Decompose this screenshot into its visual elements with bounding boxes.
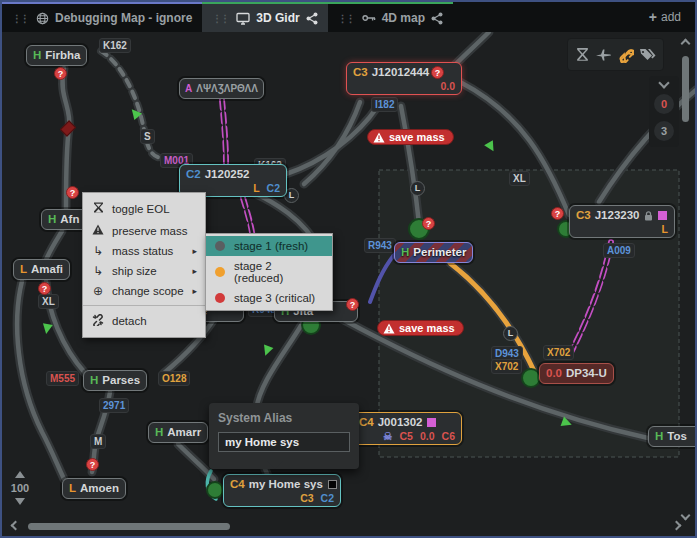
zoom-out-button[interactable]: [15, 498, 25, 505]
vertical-scrollbar[interactable]: [679, 38, 693, 524]
direction-arrow-icon: [41, 323, 53, 335]
unknown-status-badge: ?: [422, 217, 435, 230]
system-node-amarr[interactable]: HAmarr: [148, 422, 208, 443]
stage2-dot-icon: [215, 267, 225, 277]
branch-arrow-icon: ↳: [91, 265, 105, 277]
security-class: H: [155, 426, 163, 438]
scroll-up-icon[interactable]: [681, 39, 691, 49]
menu-item-mass-status[interactable]: ↳ mass status ▸: [83, 241, 205, 261]
unknown-status-badge: ?: [54, 67, 67, 80]
drag-handle-icon[interactable]: ⋮⋮: [212, 13, 228, 24]
dialog-pointer: [267, 461, 283, 477]
submenu-item-stage2[interactable]: stage 2 (reduced): [206, 256, 332, 288]
wh-sig-label[interactable]: I182: [371, 97, 398, 112]
unknown-status-badge: ?: [551, 207, 564, 220]
chain-link-icon[interactable]: [618, 47, 634, 63]
menu-item-ship-size[interactable]: ↳ ship size ▸: [83, 261, 205, 281]
menu-item-label: preserve mass: [112, 225, 187, 237]
system-name: Perimeter: [413, 246, 466, 258]
warning-icon: [383, 323, 395, 334]
wh-sig-label[interactable]: O128: [158, 371, 190, 386]
horizontal-scroll-thumb[interactable]: [28, 523, 230, 530]
system-node-home[interactable]: C4my Home sys C3C2: [223, 474, 341, 507]
system-node-amafi[interactable]: LAmafi: [13, 259, 70, 280]
tab-debugging-map[interactable]: ⋮⋮ Debugging Map - ignore: [2, 2, 202, 32]
wh-sig-label[interactable]: K162: [99, 38, 131, 53]
ship-size-label: XL: [38, 294, 59, 309]
wh-sig-label[interactable]: X702: [491, 359, 522, 374]
submenu-caret-icon: ▸: [192, 286, 197, 296]
system-node-j123230[interactable]: C3J123230 L: [569, 205, 675, 238]
horizontal-scrollbar[interactable]: [10, 519, 682, 533]
submenu-item-stage1[interactable]: stage 1 (fresh): [206, 236, 332, 256]
system-node-dp34u[interactable]: 0.0DP34-U: [539, 363, 614, 384]
static-tag: C5: [400, 430, 413, 442]
wormhole-mapper-app: ⋮⋮ Debugging Map - ignore ⋮⋮ 3D Gidr ⋮⋮ …: [0, 0, 697, 538]
share-icon[interactable]: [306, 12, 318, 25]
submenu-item-label: stage 1 (fresh): [234, 240, 308, 252]
submenu-item-label: stage 3 (critical): [234, 292, 315, 304]
security-class: C3: [576, 209, 591, 221]
submenu-item-stage3[interactable]: stage 3 (critical): [206, 288, 332, 308]
system-node-amoen[interactable]: LAmoen: [62, 478, 126, 499]
security-class: H: [655, 430, 663, 442]
system-node-unidentified[interactable]: AΛΨΛƷΛΡΘΛΛ: [179, 78, 264, 99]
system-name: J120252: [205, 168, 250, 180]
scroll-left-icon[interactable]: [11, 521, 21, 531]
chevron-down-icon[interactable]: [658, 77, 669, 88]
system-node-parses[interactable]: HParses: [83, 370, 147, 391]
signature-counter-panel: 0 3: [649, 76, 679, 147]
system-name: J123230: [595, 209, 640, 221]
security-class: L: [20, 263, 27, 275]
security-status: 0.0: [546, 367, 562, 379]
scroll-down-icon[interactable]: [681, 511, 691, 521]
unknown-status-badge: ?: [66, 186, 79, 199]
security-class: A: [185, 83, 192, 94]
hourglass-filter-icon[interactable]: [575, 47, 590, 63]
submenu-caret-icon: ▸: [192, 266, 197, 276]
share-icon[interactable]: [431, 12, 443, 25]
security-class: H: [33, 49, 41, 61]
system-name: Amafi: [31, 263, 63, 275]
wh-sig-label[interactable]: 2971: [99, 398, 129, 413]
ship-size-badge: L: [410, 181, 425, 196]
ship-filter-icon[interactable]: [595, 48, 612, 62]
wh-sig-label[interactable]: A009: [603, 243, 635, 258]
system-name: my Home sys: [249, 478, 323, 490]
alias-input[interactable]: [218, 432, 350, 452]
security-class: H: [48, 213, 56, 225]
mass-status-submenu: stage 1 (fresh) stage 2 (reduced) stage …: [205, 233, 333, 311]
stage3-dot-icon: [215, 293, 225, 303]
plus-icon: +: [649, 9, 657, 25]
security-class: H: [401, 246, 409, 258]
menu-item-label: toggle EOL: [112, 203, 170, 215]
unknown-status-badge: ?: [86, 458, 99, 471]
tab-3d-gidr[interactable]: ⋮⋮ 3D Gidr: [202, 2, 327, 32]
vertical-scroll-thumb[interactable]: [682, 56, 689, 122]
menu-item-preserve-mass[interactable]: preserve mass: [83, 220, 205, 241]
wh-sig-label[interactable]: R943: [364, 238, 396, 253]
security-class: C2: [186, 168, 201, 180]
zoom-in-button[interactable]: [15, 471, 25, 478]
menu-item-change-scope[interactable]: ⊕ change scope ▸: [83, 281, 205, 301]
wh-sig-label[interactable]: M555: [46, 371, 79, 386]
drag-handle-icon[interactable]: ⋮⋮: [12, 13, 28, 24]
map-toolbar: [567, 38, 664, 71]
menu-item-toggle-eol[interactable]: toggle EOL: [83, 198, 205, 220]
counter-badge-top[interactable]: 0: [654, 94, 674, 114]
scroll-right-icon[interactable]: [672, 521, 682, 531]
occupied-marker: [658, 211, 667, 220]
menu-item-detach[interactable]: detach: [83, 310, 205, 332]
add-map-button[interactable]: + add: [635, 2, 695, 32]
drag-handle-icon[interactable]: ⋮⋮: [338, 13, 354, 24]
counter-badge-bottom[interactable]: 3: [654, 121, 674, 141]
system-node-j001302[interactable]: C4J001302 ☠C50.0C6: [352, 412, 462, 445]
system-node-j12012444[interactable]: C3J12012444 0.0: [346, 62, 462, 95]
tab-4d-map[interactable]: ⋮⋮ 4D map: [328, 2, 453, 32]
skull-icon: ☠: [383, 430, 392, 442]
system-node-firbha[interactable]: HFirbha: [26, 45, 87, 66]
tags-filter-icon[interactable]: [639, 47, 656, 62]
occupied-marker: [427, 418, 436, 427]
system-node-perimeter[interactable]: HPerimeter: [394, 242, 473, 263]
wh-sig-label[interactable]: X702: [543, 345, 574, 360]
